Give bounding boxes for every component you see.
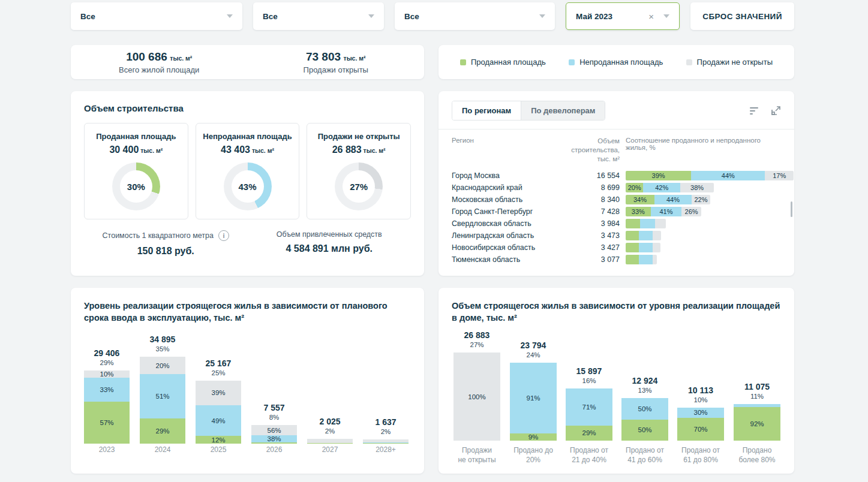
region-name: Город Санкт-Петербург xyxy=(452,207,560,216)
chart-by-realization-title: Объем строящегося жилья в зависимости от… xyxy=(452,300,781,324)
column-share-label: 10% xyxy=(693,396,707,403)
chart-column: 23 79424%91%9% xyxy=(510,341,557,441)
sort-icon[interactable] xyxy=(750,107,760,115)
bar-segment-not_open: 39% xyxy=(196,381,241,405)
region-bar-cell: 20%42%38% xyxy=(620,183,781,192)
donut-title: Продажи не открыты xyxy=(311,132,407,141)
column-stacked-bar: 30%70% xyxy=(677,408,724,441)
reset-filters-button[interactable]: СБРОС ЗНАЧЕНИЙ xyxy=(690,2,794,30)
region-bar-cell xyxy=(620,255,781,264)
bar-segment-not_open xyxy=(655,219,666,228)
bar-segment-sold xyxy=(307,443,353,444)
column-total-label: 10 113 xyxy=(688,385,713,395)
region-volume: 3 427 xyxy=(560,243,620,252)
bar-segment-unsold: 33% xyxy=(84,378,130,402)
regions-table-header: Регион Объем строительства, тыс. м² Соот… xyxy=(452,137,781,170)
column-share-label: 16% xyxy=(582,377,596,384)
chart-by-year-card: Уровень реализации строящегося жилья в з… xyxy=(71,288,424,474)
column-stacked-bar xyxy=(307,439,353,444)
region-stacked-bar: 33%41%26% xyxy=(626,207,701,216)
regions-card: По регионам По девелоперам Регион xyxy=(438,91,794,276)
column-stacked-bar: 100% xyxy=(453,353,500,441)
info-icon[interactable]: i xyxy=(218,230,229,241)
chevron-down-icon xyxy=(539,14,545,18)
bar-segment-sold: 29% xyxy=(566,426,612,441)
region-volume: 8 340 xyxy=(560,195,620,204)
scrollbar[interactable] xyxy=(791,201,792,217)
filter-dropdown-1-value: Все xyxy=(80,12,95,21)
donut-card: Проданная площадь30 400 тыс. м²30% xyxy=(84,123,188,219)
construction-bottom-stats: Стоимость 1 квадратного метра i 150 818 … xyxy=(84,230,411,257)
column-header-ratio: Соотношение проданного и непроданного жи… xyxy=(620,137,781,151)
x-axis-label: 2028+ xyxy=(357,445,415,454)
dashboard: Все Все Все Май 2023 × СБРОС ЗНАЧЕНИЙ 10… xyxy=(0,0,868,482)
column-share-label: 25% xyxy=(211,369,225,376)
bar-segment-sold: 12% xyxy=(196,436,241,444)
chart-column: 11 07511%92% xyxy=(734,382,780,441)
bar-segment-sold xyxy=(626,219,640,228)
filter-dropdown-1[interactable]: Все xyxy=(71,2,242,30)
region-stacked-bar: 34%44%22% xyxy=(626,195,710,204)
bar-segment-sold: 34% xyxy=(626,195,654,204)
legend-item-unsold: Непроданная площадь xyxy=(569,58,663,67)
filter-dropdown-2[interactable]: Все xyxy=(253,2,384,30)
column-share-label: 2% xyxy=(381,428,391,435)
stat-sales-open-value: 73 803 xyxy=(306,50,341,63)
bar-segment-not_open: 17% xyxy=(765,171,794,180)
legend-swatch-gray xyxy=(686,59,692,65)
bar-segment-not_open: 10% xyxy=(84,370,130,378)
tab-by-regions[interactable]: По регионам xyxy=(452,101,521,120)
stat-sales-open-unit: тыс. м² xyxy=(344,55,366,62)
region-volume: 16 554 xyxy=(560,171,620,180)
chevron-down-icon xyxy=(227,14,233,18)
legend-card: Проданная площадь Непроданная площадь Пр… xyxy=(438,45,794,79)
donut-percent-label: 30% xyxy=(112,162,160,210)
bar-segment-sold: 50% xyxy=(621,420,668,441)
stat-total-area-label: Всего жилой площади xyxy=(71,65,248,74)
bar-segment-unsold: 50% xyxy=(621,398,668,420)
column-total-label: 26 883 xyxy=(464,330,490,340)
bar-segment-unsold xyxy=(639,231,653,240)
stat-total-area: 100 686 тыс. м² Всего жилой площади xyxy=(71,50,248,74)
expand-icon[interactable] xyxy=(771,106,781,116)
bar-segment-unsold: 30% xyxy=(677,408,724,418)
column-stacked-bar: 92% xyxy=(734,404,780,441)
bar-segment-sold xyxy=(626,255,639,264)
bar-segment-sold: 29% xyxy=(140,418,185,444)
bar-segment-unsold: 71% xyxy=(566,388,612,426)
region-bar-cell: 33%41%26% xyxy=(620,207,781,216)
donut-value: 26 883 тыс. м² xyxy=(311,144,407,155)
bar-segment-sold: 70% xyxy=(677,418,724,441)
table-row: Новосибирская область3 427 xyxy=(452,242,781,254)
bar-segment-not_open: 56% xyxy=(251,425,297,435)
donut-chart: 43% xyxy=(224,162,272,210)
regions-header: По регионам По девелоперам xyxy=(438,91,794,129)
column-stacked-bar xyxy=(363,439,409,444)
region-stacked-bar xyxy=(626,255,657,264)
bar-segment-sold: 92% xyxy=(734,407,780,441)
legend-label: Непроданная площадь xyxy=(579,58,663,67)
regions-table: Регион Объем строительства, тыс. м² Соот… xyxy=(438,129,794,266)
bar-segment-unsold: 44% xyxy=(654,195,692,204)
price-per-sqm-value: 150 818 руб. xyxy=(84,246,248,257)
bar-segment-unsold: 91% xyxy=(510,363,557,433)
column-share-label: 2% xyxy=(325,427,335,435)
bar-segment-not_open: 22% xyxy=(692,195,710,204)
region-volume: 8 699 xyxy=(560,183,620,192)
region-stacked-bar: 20%42%38% xyxy=(626,183,714,192)
region-name: Тюменская область xyxy=(452,255,560,264)
bar-segment-unsold: 42% xyxy=(643,183,680,192)
table-row: Московская область8 34034%44%22% xyxy=(452,194,781,206)
raised-funds: Объем привлеченных средств 4 584 891 млн… xyxy=(248,230,412,257)
chart-by-year-title: Уровень реализации строящегося жилья в з… xyxy=(84,300,411,324)
tab-by-developers[interactable]: По девелоперам xyxy=(521,101,605,120)
filter-dropdown-3[interactable]: Все xyxy=(395,2,555,30)
x-axis-label: Продано от41 до 60% xyxy=(616,445,674,465)
column-total-label: 2 025 xyxy=(319,417,340,426)
filter-dropdown-date[interactable]: Май 2023 × xyxy=(566,2,680,30)
price-per-sqm: Стоимость 1 квадратного метра i 150 818 … xyxy=(84,230,248,257)
clear-filter-icon[interactable]: × xyxy=(648,12,654,21)
raised-funds-value: 4 584 891 млн руб. xyxy=(248,243,412,254)
column-total-label: 7 557 xyxy=(263,403,284,412)
region-volume: 7 428 xyxy=(560,207,620,216)
